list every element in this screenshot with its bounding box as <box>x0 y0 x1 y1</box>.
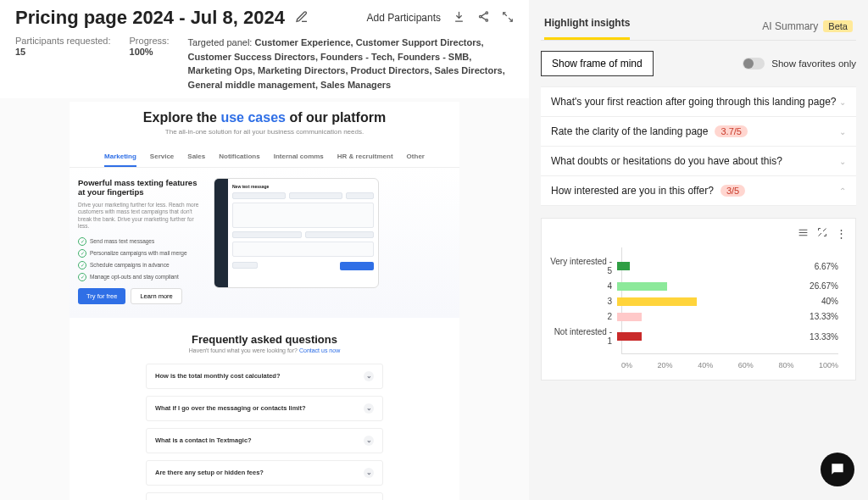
targeted-panel: Targeted panel: Customer Experience, Cus… <box>188 36 514 92</box>
faq-item[interactable]: What is a contact in Textmagic?⌄ <box>146 428 383 453</box>
preview-tab[interactable]: Service <box>150 147 174 167</box>
axis-tick: 60% <box>738 361 754 369</box>
chevron-icon: ⌃ <box>839 186 846 196</box>
preview-tab[interactable]: Internal comms <box>274 147 324 167</box>
faq-item[interactable]: What if I go over the messaging or conta… <box>146 396 383 421</box>
show-frame-of-mind-button[interactable]: Show frame of mind <box>541 51 654 76</box>
header: Pricing page 2024 - Jul 8, 2024 Add Part… <box>0 0 529 34</box>
preview-tab[interactable]: Other <box>407 147 425 167</box>
favorites-label: Show favorites only <box>771 58 856 69</box>
preview-tab[interactable]: Marketing <box>104 147 136 167</box>
faq-item[interactable]: Are there any setup or hidden fees?⌄ <box>146 460 383 486</box>
preview-tab[interactable]: Sales <box>187 147 205 167</box>
meta-bar: Participants requested: 15 Progress: 100… <box>0 34 529 98</box>
participants-value: 15 <box>15 47 111 57</box>
axis-tick: 100% <box>819 361 838 369</box>
chevron-down-icon: ⌄ <box>364 436 374 446</box>
score-badge: 3.7/5 <box>715 125 747 137</box>
edit-icon[interactable] <box>295 10 309 26</box>
axis-tick: 80% <box>778 361 793 369</box>
feature-check-item: Personalize campaigns with mail merge <box>78 249 205 258</box>
chevron-down-icon: ⌄ <box>364 468 374 478</box>
chart-bar-row: Very interested - 56.67% <box>549 257 838 275</box>
feature-title: Powerful mass texting features at your f… <box>78 178 205 197</box>
device-mock: New text message <box>214 178 379 288</box>
chevron-down-icon: ⌄ <box>364 371 374 381</box>
faq-item[interactable]: Can I customize my plan?⌄ <box>146 492 383 500</box>
insight-question[interactable]: How interested are you in this offer?3/5… <box>541 175 856 206</box>
share-icon[interactable] <box>477 10 490 25</box>
interest-chart-card: ⋮ Very interested - 56.67%426.67%340%213… <box>541 218 856 381</box>
svg-point-0 <box>486 12 488 14</box>
page-title: Pricing page 2024 - Jul 8, 2024 <box>15 7 285 29</box>
chart-bar-row: Not interested - 113.33% <box>549 327 838 346</box>
chevron-icon: ⌄ <box>839 127 846 136</box>
try-free-button[interactable]: Try for free <box>78 288 125 304</box>
score-badge: 3/5 <box>721 185 745 197</box>
feature-checks: Send mass text messagesPersonalize campa… <box>78 237 205 281</box>
insight-question[interactable]: What's your first reaction after going t… <box>541 86 856 116</box>
participants-label: Participants requested: <box>15 36 111 46</box>
axis-tick: 0% <box>621 361 632 369</box>
preview-tab[interactable]: Notifications <box>219 147 259 167</box>
expand-chart-icon[interactable] <box>817 227 827 241</box>
progress-label: Progress: <box>130 36 170 46</box>
chevron-icon: ⌄ <box>839 157 846 166</box>
preview-tab[interactable]: HR & recruitment <box>337 147 393 167</box>
hero-sub: The all-in-one solution for all your bus… <box>86 128 442 136</box>
chevron-icon: ⌄ <box>839 97 846 107</box>
faq-item[interactable]: How is the total monthly cost calculated… <box>146 364 383 389</box>
chart-bar-row: 426.67% <box>549 281 838 291</box>
axis-tick: 20% <box>658 361 673 369</box>
faq-title: Frequently asked questions <box>70 333 459 346</box>
progress-value: 100% <box>130 47 170 57</box>
chart-bar-row: 213.33% <box>549 312 838 321</box>
insights-panel: Highlight insights AI SummaryBeta Show f… <box>529 0 868 500</box>
favorites-toggle[interactable] <box>743 58 765 69</box>
faq-list: How is the total monthly cost calculated… <box>146 364 383 500</box>
more-icon[interactable]: ⋮ <box>836 227 847 241</box>
axis-tick: 40% <box>698 361 713 369</box>
feature-check-item: Schedule campaigns in advance <box>78 261 205 269</box>
faq-sub: Haven't found what you were looking for?… <box>70 347 459 353</box>
learn-more-button[interactable]: Learn more <box>131 288 181 304</box>
chevron-down-icon: ⌄ <box>364 403 374 414</box>
svg-point-2 <box>486 19 488 22</box>
insight-question[interactable]: Rate the clarity of the landing page3.7/… <box>541 116 856 146</box>
tab-highlight-insights[interactable]: Highlight insights <box>544 12 630 40</box>
svg-point-1 <box>480 15 482 18</box>
download-icon[interactable] <box>453 10 465 25</box>
chart-bar-row: 340% <box>549 297 838 306</box>
beta-badge: Beta <box>823 20 853 32</box>
feature-desc: Drive your marketing further for less. R… <box>78 202 205 231</box>
questions-list: What's your first reaction after going t… <box>541 86 856 206</box>
feature-check-item: Manage opt-outs and stay compliant <box>78 273 205 281</box>
expand-icon[interactable] <box>502 11 514 25</box>
add-participants-button[interactable]: Add Participants <box>367 12 441 24</box>
hero-headline: Explore the use cases of our platform <box>86 110 442 125</box>
help-fab[interactable] <box>821 453 854 486</box>
insight-question[interactable]: What doubts or hesitations do you have a… <box>541 146 856 175</box>
list-view-icon[interactable] <box>798 227 809 241</box>
preview-tabs: MarketingServiceSalesNotificationsIntern… <box>70 147 459 168</box>
tab-ai-summary[interactable]: AI SummaryBeta <box>762 20 853 32</box>
landing-page-preview: Explore the use cases of our platform Th… <box>70 102 459 500</box>
feature-check-item: Send mass text messages <box>78 237 205 246</box>
